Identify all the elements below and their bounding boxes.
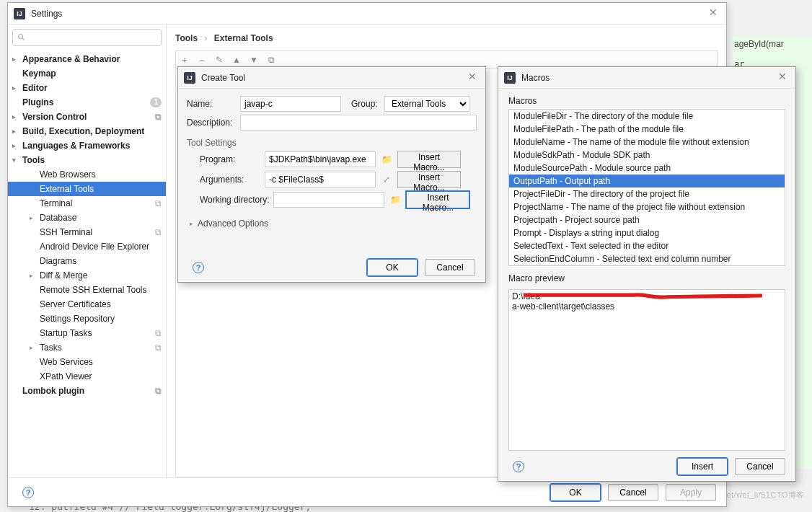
macro-item[interactable]: ModuleName - The name of the module file…	[509, 136, 785, 149]
settings-tree[interactable]: ▸Appearance & BehaviorKeymap▸EditorPlugi…	[8, 50, 166, 477]
sidebar-item-android-device-file-explorer[interactable]: Android Device File Explorer	[8, 239, 166, 254]
macro-item[interactable]: ModuleFilePath - The path of the module …	[509, 123, 785, 136]
cancel-button[interactable]: Cancel	[608, 484, 658, 501]
macro-item[interactable]: ModuleFileDir - The directory of the mod…	[509, 110, 785, 123]
macro-item[interactable]: Projectpath - Project source path	[509, 213, 785, 226]
macro-item[interactable]: SelectedText - Text selected in the edit…	[509, 239, 785, 252]
search-input[interactable]	[12, 29, 162, 46]
create-tool-dialog: IJ Create Tool ✕ Name: Group: External T…	[177, 66, 486, 283]
macro-item[interactable]: ProjectName - The name of the project fi…	[509, 200, 785, 213]
project-scope-icon: ⧉	[155, 227, 162, 237]
sidebar-item-label: Build, Execution, Deployment	[22, 126, 144, 136]
sidebar-item-label: Lombok plugin	[22, 386, 84, 396]
ok-button[interactable]: OK	[550, 484, 601, 501]
settings-titlebar[interactable]: IJ Settings ✕	[8, 3, 726, 25]
sidebar-item-lombok-plugin[interactable]: Lombok plugin⧉	[8, 384, 166, 398]
sidebar-item-languages-frameworks[interactable]: ▸Languages & Frameworks	[8, 138, 166, 153]
sidebar-item-label: Settings Repository	[40, 314, 115, 324]
sidebar-item-web-services[interactable]: Web Services	[8, 355, 166, 369]
insert-macro-program-button[interactable]: Insert Macro...	[397, 151, 461, 168]
description-input[interactable]	[240, 115, 477, 131]
macros-titlebar[interactable]: IJ Macros ✕	[498, 67, 795, 89]
sidebar-item-version-control[interactable]: ▸Version Control⧉	[8, 110, 166, 124]
macro-item[interactable]: ModuleSdkPath - Module SDK path	[509, 149, 785, 162]
sidebar-item-terminal[interactable]: Terminal⧉	[8, 196, 166, 211]
macros-list[interactable]: ModuleFileDir - The directory of the mod…	[508, 109, 785, 266]
sidebar-item-label: Database	[40, 213, 76, 223]
sidebar-item-ssh-terminal[interactable]: SSH Terminal⧉	[8, 225, 166, 239]
close-icon[interactable]: ✕	[775, 71, 790, 85]
help-icon[interactable]: ?	[22, 487, 34, 498]
sidebar-item-label: Server Certificates	[40, 299, 111, 309]
sidebar-item-diff-merge[interactable]: ▸Diff & Merge	[8, 268, 166, 283]
macro-preview: D:\Idea a-web-client\target\classes	[508, 289, 785, 451]
sidebar-item-remote-ssh-external-tools[interactable]: Remote SSH External Tools	[8, 283, 166, 297]
sidebar-item-startup-tasks[interactable]: Startup Tasks⧉	[8, 326, 166, 340]
chevron-icon: ▸	[30, 272, 37, 279]
cancel-button[interactable]: Cancel	[735, 458, 785, 475]
chevron-icon: ▸	[12, 113, 19, 120]
sidebar-item-label: External Tools	[40, 184, 94, 194]
sidebar-item-plugins[interactable]: Plugins1	[8, 95, 166, 110]
sidebar-item-appearance-behavior[interactable]: ▸Appearance & Behavior	[8, 52, 166, 66]
sidebar-item-label: Remote SSH External Tools	[40, 285, 147, 295]
insert-macro-arguments-button[interactable]: Insert Macro...	[397, 171, 461, 188]
apply-button[interactable]: Apply	[666, 484, 716, 501]
macro-item[interactable]: SelectionEndColumn - Selected text end c…	[509, 252, 785, 265]
insert-macro-workdir-button[interactable]: Insert Macro...	[406, 191, 469, 208]
sidebar-item-label: Appearance & Behavior	[22, 54, 120, 64]
sidebar-item-xpath-viewer[interactable]: XPath Viewer	[8, 369, 166, 384]
macro-item[interactable]: OutputPath - Output path	[509, 175, 785, 187]
breadcrumb-tools[interactable]: Tools	[175, 33, 198, 43]
down-button[interactable]: ▼	[248, 55, 260, 65]
sidebar-item-tools[interactable]: ▾Tools	[8, 153, 166, 167]
browse-folder-icon[interactable]: 📁	[389, 195, 402, 205]
help-icon[interactable]: ?	[513, 461, 524, 472]
create-tool-titlebar[interactable]: IJ Create Tool ✕	[178, 67, 485, 89]
macros-list-label: Macros	[508, 96, 785, 106]
name-label: Name:	[187, 99, 236, 109]
chevron-icon: ▸	[12, 128, 19, 135]
expand-icon[interactable]: ⤢	[380, 175, 393, 185]
svg-point-0	[19, 35, 23, 39]
sidebar-item-settings-repository[interactable]: Settings Repository	[8, 312, 166, 326]
sidebar-item-build-execution-deployment[interactable]: ▸Build, Execution, Deployment	[8, 124, 166, 138]
sidebar-item-server-certificates[interactable]: Server Certificates	[8, 297, 166, 312]
macro-item[interactable]: ModuleSourcePath - Module source path	[509, 162, 785, 175]
advanced-options-toggle[interactable]: Advanced Options	[190, 219, 477, 229]
sidebar-item-label: Plugins	[22, 97, 53, 107]
browse-folder-icon[interactable]: 📁	[380, 154, 393, 164]
sidebar-item-label: Tools	[22, 155, 45, 165]
program-input[interactable]	[265, 151, 376, 167]
sidebar-item-external-tools[interactable]: External Tools	[8, 182, 166, 196]
sidebar-item-label: Version Control	[22, 112, 87, 122]
sidebar-item-database[interactable]: ▸Database	[8, 211, 166, 225]
ok-button[interactable]: OK	[367, 259, 418, 276]
macro-item[interactable]: Prompt - Displays a string input dialog	[509, 226, 785, 239]
insert-button[interactable]: Insert	[677, 458, 728, 475]
arguments-input[interactable]	[265, 172, 376, 187]
sidebar-item-editor[interactable]: ▸Editor	[8, 81, 166, 95]
sidebar-item-tasks[interactable]: ▸Tasks⧉	[8, 340, 166, 355]
copy-button[interactable]: ⧉	[265, 55, 277, 65]
project-scope-icon: ⧉	[155, 343, 162, 353]
close-icon[interactable]: ✕	[706, 6, 720, 21]
close-icon[interactable]: ✕	[465, 71, 480, 85]
sidebar-item-keymap[interactable]: Keymap	[8, 66, 166, 81]
workdir-input[interactable]	[273, 192, 384, 208]
cancel-button[interactable]: Cancel	[425, 259, 475, 276]
sidebar-item-label: Web Browsers	[40, 169, 96, 180]
settings-footer: ? OK Cancel Apply	[8, 477, 726, 506]
up-button[interactable]: ▲	[231, 55, 242, 65]
help-icon[interactable]: ?	[193, 262, 204, 273]
sidebar-item-diagrams[interactable]: Diagrams	[8, 254, 166, 268]
edit-button[interactable]: ✎	[213, 55, 225, 65]
group-select[interactable]: External Tools	[384, 96, 469, 112]
search-field[interactable]	[29, 32, 156, 43]
macro-item[interactable]: ProjectFileDir - The directory of the pr…	[509, 187, 785, 200]
sidebar-item-label: Languages & Frameworks	[22, 141, 130, 151]
sidebar-item-web-browsers[interactable]: Web Browsers	[8, 167, 166, 182]
name-input[interactable]	[240, 96, 341, 112]
add-button[interactable]: ＋	[179, 54, 190, 66]
remove-button[interactable]: －	[196, 54, 208, 66]
